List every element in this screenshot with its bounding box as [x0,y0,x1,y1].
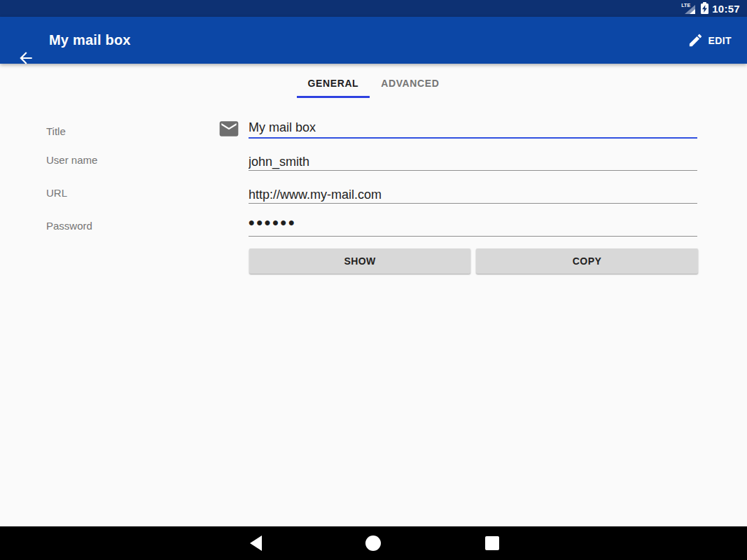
battery-charging-icon [701,4,708,14]
tab-advanced-label: ADVANCED [381,78,439,89]
email-icon [217,118,241,143]
signal-triangle-bright [690,9,695,14]
tab-indicator [297,96,370,98]
url-label: URL [46,188,67,199]
screen: LTE 10:57 My mail box EDIT [0,0,747,560]
title-field-underline [249,137,697,139]
content-area: GENERAL ADVANCED Title My mail box User … [0,64,747,526]
password-label: Password [46,220,92,232]
pencil-icon [687,32,704,48]
android-nav-bar [0,526,747,560]
tab-general[interactable]: GENERAL [297,66,370,99]
url-field[interactable]: http://www.my-mail.com [249,186,697,203]
title-label: Title [46,126,66,137]
username-label: User name [46,155,97,166]
edit-button-label: EDIT [708,35,732,46]
username-field-underline [249,170,697,171]
url-field-underline [249,203,697,204]
lightning-bolt-icon [702,5,707,13]
lte-signal-icon: LTE [681,2,695,15]
password-field[interactable]: •••••• [249,214,697,231]
nav-recents-icon[interactable] [485,536,499,550]
show-button[interactable]: SHOW [249,248,470,274]
password-field-underline [249,236,697,237]
status-time: 10:57 [712,3,740,15]
username-field[interactable]: john_smith [249,153,697,170]
tab-bar: GENERAL ADVANCED [0,66,747,99]
status-bar: LTE 10:57 [0,0,747,17]
arrow-back-icon[interactable] [17,49,35,67]
tab-advanced[interactable]: ADVANCED [370,66,450,99]
page-title: My mail box [49,17,131,64]
app-bar: My mail box EDIT [0,17,747,64]
nav-home-icon[interactable] [365,536,381,551]
title-field[interactable]: My mail box [249,119,697,136]
copy-button[interactable]: COPY [476,248,698,274]
nav-back-icon[interactable] [250,536,262,551]
edit-button[interactable]: EDIT [687,17,732,64]
tab-general-label: GENERAL [308,78,359,89]
